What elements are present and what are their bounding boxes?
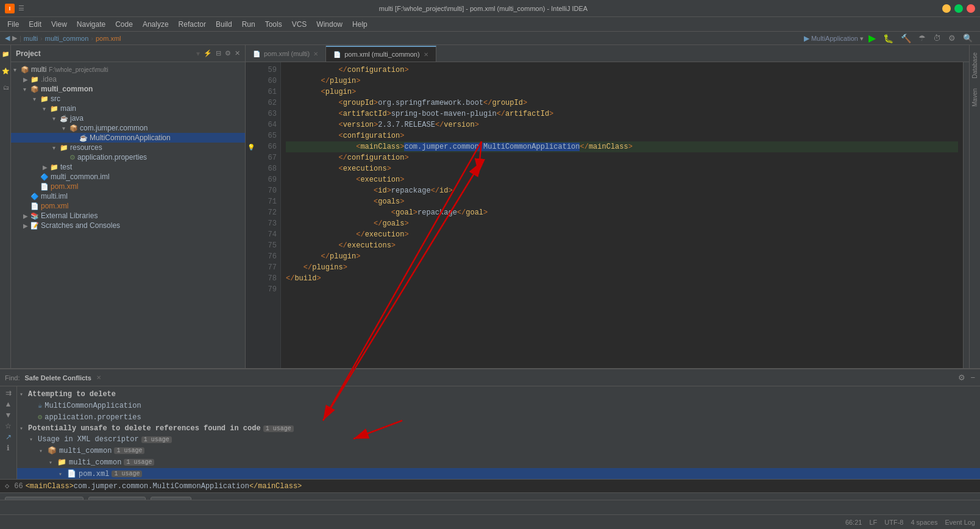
tab-pom-mc[interactable]: 📄 pom.xml (multi_common) ✕	[326, 46, 436, 62]
sync-icon[interactable]: ⚡	[204, 49, 212, 57]
menu-tools[interactable]: Tools	[260, 19, 287, 30]
line-ending[interactable]: LF	[869, 519, 877, 526]
menu-build[interactable]: Build	[211, 19, 237, 30]
run-btn[interactable]: ▶	[866, 32, 878, 44]
indent[interactable]: 4 spaces	[911, 519, 937, 526]
scroll-up-btn[interactable]: ▲	[5, 400, 12, 408]
code-line-65: <configuration>	[286, 130, 958, 141]
tree-item-main-class[interactable]: ☕ MultiCommonApplication	[11, 133, 245, 143]
nav-back-btn[interactable]: ◀	[5, 34, 10, 42]
bottom-left-toolbar: ⇉ ▲ ▼ ☆ ↗ ℹ	[0, 386, 17, 479]
tree-item-src[interactable]: ▾ 📁 src	[11, 94, 245, 104]
tree-item-main[interactable]: ▾ 📁 main	[11, 104, 245, 113]
cursor-position[interactable]: 66:21	[845, 519, 862, 526]
maximize-btn[interactable]	[954, 4, 963, 13]
nav-part-multi[interactable]: multi	[24, 35, 38, 42]
nav-forward-btn[interactable]: ▶	[12, 34, 17, 42]
tree-item-java[interactable]: ▾ ☕ java	[11, 113, 245, 123]
project-panel-header: Project ▾ ⚡ ⊟ ⚙ ✕	[11, 45, 245, 62]
structure-btn[interactable]: 🗂	[2, 82, 9, 93]
conflict-item-main-class[interactable]: ☕ MultiCommonApplication	[17, 400, 980, 411]
panel-minimize-icon[interactable]: −	[970, 373, 975, 382]
tab-pom-multi[interactable]: 📄 pom.xml (multi) ✕	[246, 46, 326, 62]
tree-item-resources[interactable]: ▾ 📁 resources	[11, 143, 245, 152]
tree-item-app-props[interactable]: ⚙ application.properties	[11, 152, 245, 162]
tab-close-icon[interactable]: ✕	[96, 374, 101, 381]
close-panel-icon[interactable]: ✕	[235, 49, 240, 57]
statusbar: 66:21 LF UTF-8 4 spaces Event Log	[0, 514, 980, 529]
code-line-66: <mainClass>com.jumper.common.MultiCommon…	[286, 141, 958, 152]
info-btn[interactable]: ℹ	[7, 444, 10, 452]
bottom-tabs-bar	[0, 500, 980, 514]
dropdown-arrow-icon: ▾	[860, 35, 864, 42]
nav-part-pom[interactable]: pom.xml	[96, 35, 121, 42]
tree-item-multi[interactable]: ▾ 📦 multi F:\whole_project\multi	[11, 65, 245, 74]
tree-item-multi-common[interactable]: ▾ 📦 multi_common	[11, 84, 245, 94]
menu-file[interactable]: File	[2, 19, 24, 30]
attempting-to-delete-header: ▾ Attempting to delete	[17, 389, 980, 400]
safe-delete-conflicts-tab[interactable]: Safe Delete Conflicts	[24, 374, 91, 382]
nav-part-multi-common[interactable]: multi_common	[45, 35, 89, 42]
maven-panel-btn[interactable]: Maven	[970, 83, 979, 112]
tab-xml-icon: 📄	[253, 51, 260, 57]
search-btn[interactable]: 🔍	[960, 34, 975, 43]
code-line-77: </plugins>	[286, 262, 958, 273]
run-config-dropdown[interactable]: ▶ MultiApplication ▾	[804, 34, 864, 43]
menu-vcs[interactable]: VCS	[287, 19, 312, 30]
tab-pom-mc-close[interactable]: ✕	[424, 51, 428, 58]
menu-help[interactable]: Help	[347, 19, 372, 30]
menu-window[interactable]: Window	[311, 19, 347, 30]
conflict-item-pom-xml[interactable]: ▾ 📄 pom.xml 1 usage	[17, 468, 980, 479]
expand-all-btn[interactable]: ⇉	[5, 389, 12, 397]
code-preview-text: <mainClass>com.jumper.common.MultiCommon…	[26, 482, 302, 491]
menu-edit[interactable]: Edit	[24, 19, 46, 30]
conflict-item-xml-descriptor[interactable]: ▾ Usage in XML descriptor 1 usage	[17, 434, 980, 445]
tree-item-pom-mc[interactable]: 📄 pom.xml	[11, 182, 245, 191]
menu-run[interactable]: Run	[237, 19, 260, 30]
gutter-warning-icon: 💡	[246, 141, 257, 152]
favorites-btn[interactable]: ⭐	[2, 65, 9, 77]
collapse-icon[interactable]: ⊟	[216, 49, 221, 57]
star-btn[interactable]: ☆	[5, 422, 12, 430]
settings-icon[interactable]: ⚙	[225, 49, 231, 57]
conflict-item-mc-folder[interactable]: ▾ 📁 multi_common 1 usage	[17, 456, 980, 468]
project-view-btn[interactable]: 📁	[2, 48, 9, 60]
jump-btn[interactable]: ↗	[5, 433, 12, 441]
settings-btn[interactable]: ⚙	[946, 34, 958, 43]
event-log[interactable]: Event Log	[945, 519, 975, 526]
tree-item-pom-multi[interactable]: 📄 pom.xml	[11, 201, 245, 211]
tree-item-idea[interactable]: ▶ 📁 .idea	[11, 74, 245, 84]
code-line-64: <version>2.3.7.RELEASE</version>	[286, 119, 958, 130]
menu-view[interactable]: View	[46, 19, 72, 30]
conflict-item-app-props[interactable]: ⚙ application.properties	[17, 411, 980, 423]
tab-xml-icon-2: 📄	[333, 51, 341, 58]
code-line-72: <goal>repackage</goal>	[286, 207, 958, 218]
profile-btn[interactable]: ⏱	[931, 34, 943, 43]
tree-item-mc-iml[interactable]: 🔷 multi_common.iml	[11, 172, 245, 182]
conflict-item-mc-module[interactable]: ▾ 📦 multi_common 1 usage	[17, 445, 980, 456]
scroll-down-btn[interactable]: ▼	[5, 411, 12, 419]
menu-navigate[interactable]: Navigate	[72, 19, 110, 30]
tree-item-ext-libs[interactable]: ▶ 📚 External Libraries	[11, 211, 245, 221]
code-preview-line-num: 66	[14, 482, 23, 491]
encoding[interactable]: UTF-8	[884, 519, 903, 526]
minimize-btn[interactable]	[942, 4, 951, 13]
debug-btn[interactable]: 🐛	[881, 34, 896, 43]
tree-item-multi-iml[interactable]: 🔷 multi.iml	[11, 191, 245, 201]
tab-pom-mc-label: pom.xml (multi_common)	[344, 51, 419, 58]
project-header-icons: ⚡ ⊟ ⚙ ✕	[204, 49, 240, 57]
coverage-btn[interactable]: ☂	[916, 34, 928, 43]
menu-refactor[interactable]: Refactor	[174, 19, 211, 30]
menu-analyze[interactable]: Analyze	[138, 19, 174, 30]
code-preview-diamond: ◇	[5, 481, 9, 491]
panel-settings-icon[interactable]: ⚙	[958, 373, 965, 382]
tree-item-test[interactable]: ▶ 📁 test	[11, 162, 245, 172]
menu-code[interactable]: Code	[110, 19, 138, 30]
build-btn[interactable]: 🔨	[898, 34, 914, 43]
tree-item-package[interactable]: ▾ 📦 com.jumper.common	[11, 123, 245, 133]
tree-item-scratches[interactable]: ▶ 📝 Scratches and Consoles	[11, 221, 245, 230]
database-panel-btn[interactable]: Database	[970, 48, 979, 83]
close-btn[interactable]	[967, 4, 975, 13]
code-line-78: </build>	[286, 273, 958, 284]
tab-pom-multi-close[interactable]: ✕	[313, 51, 318, 57]
